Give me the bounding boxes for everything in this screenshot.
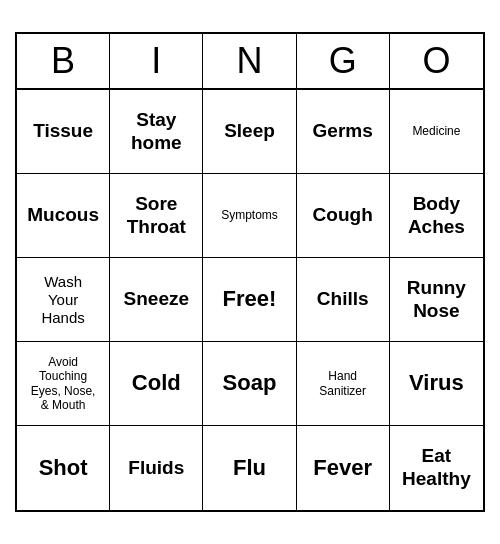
bingo-cell: Wash Your Hands — [17, 258, 110, 342]
header-letter: B — [17, 34, 110, 88]
bingo-cell: Soap — [203, 342, 296, 426]
cell-text: Eat Healthy — [402, 445, 471, 491]
cell-text: Wash Your Hands — [41, 273, 84, 327]
cell-text: Sneeze — [124, 288, 189, 311]
cell-text: Sore Throat — [127, 193, 186, 239]
bingo-cell: Medicine — [390, 90, 483, 174]
bingo-header: BINGO — [17, 34, 483, 90]
cell-text: Cold — [132, 370, 181, 396]
bingo-cell: Cough — [297, 174, 390, 258]
bingo-cell: Germs — [297, 90, 390, 174]
header-letter: N — [203, 34, 296, 88]
bingo-cell: Runny Nose — [390, 258, 483, 342]
bingo-cell: Body Aches — [390, 174, 483, 258]
cell-text: Cough — [313, 204, 373, 227]
cell-text: Body Aches — [408, 193, 465, 239]
bingo-cell: Tissue — [17, 90, 110, 174]
cell-text: Germs — [313, 120, 373, 143]
bingo-cell: Fluids — [110, 426, 203, 510]
bingo-cell: Sleep — [203, 90, 296, 174]
bingo-grid: TissueStay homeSleepGermsMedicineMucousS… — [17, 90, 483, 510]
bingo-cell: Avoid Touching Eyes, Nose, & Mouth — [17, 342, 110, 426]
cell-text: Medicine — [412, 124, 460, 138]
bingo-cell: Hand Sanitizer — [297, 342, 390, 426]
cell-text: Fever — [313, 455, 372, 481]
cell-text: Chills — [317, 288, 369, 311]
bingo-cell: Shot — [17, 426, 110, 510]
cell-text: Virus — [409, 370, 464, 396]
bingo-cell: Eat Healthy — [390, 426, 483, 510]
cell-text: Runny Nose — [407, 277, 466, 323]
bingo-cell: Symptoms — [203, 174, 296, 258]
bingo-cell: Cold — [110, 342, 203, 426]
cell-text: Symptoms — [221, 208, 278, 222]
bingo-cell: Sore Throat — [110, 174, 203, 258]
bingo-cell: Free! — [203, 258, 296, 342]
cell-text: Mucous — [27, 204, 99, 227]
cell-text: Shot — [39, 455, 88, 481]
cell-text: Sleep — [224, 120, 275, 143]
cell-text: Flu — [233, 455, 266, 481]
cell-text: Tissue — [33, 120, 93, 143]
bingo-cell: Virus — [390, 342, 483, 426]
cell-text: Free! — [223, 286, 277, 312]
cell-text: Soap — [223, 370, 277, 396]
bingo-card: BINGO TissueStay homeSleepGermsMedicineM… — [15, 32, 485, 512]
header-letter: O — [390, 34, 483, 88]
cell-text: Hand Sanitizer — [319, 369, 366, 398]
cell-text: Avoid Touching Eyes, Nose, & Mouth — [31, 355, 96, 413]
bingo-cell: Sneeze — [110, 258, 203, 342]
bingo-cell: Mucous — [17, 174, 110, 258]
cell-text: Stay home — [131, 109, 182, 155]
header-letter: I — [110, 34, 203, 88]
bingo-cell: Chills — [297, 258, 390, 342]
bingo-cell: Flu — [203, 426, 296, 510]
bingo-cell: Fever — [297, 426, 390, 510]
header-letter: G — [297, 34, 390, 88]
bingo-cell: Stay home — [110, 90, 203, 174]
cell-text: Fluids — [128, 457, 184, 480]
